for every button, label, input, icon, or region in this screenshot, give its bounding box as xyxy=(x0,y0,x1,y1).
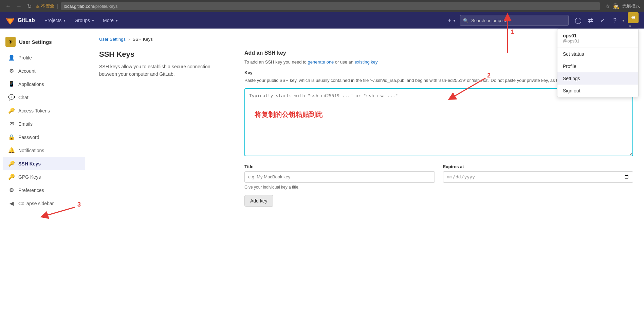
generate-link[interactable]: generate one xyxy=(308,59,334,65)
collapse-icon: ◀ xyxy=(8,200,15,207)
nav-more[interactable]: More ▼ xyxy=(99,12,123,29)
page-description: SSH keys allow you to establish a secure… xyxy=(99,63,228,78)
back-button[interactable]: ← xyxy=(4,2,12,11)
dropdown-profile[interactable]: Profile xyxy=(557,60,638,72)
user-avatar-button[interactable]: ☀ xyxy=(628,12,639,23)
sidebar-item-preferences[interactable]: ⚙ Preferences xyxy=(3,183,85,197)
more-label: More xyxy=(103,18,114,23)
gitlab-text: GitLab xyxy=(18,17,35,23)
title-group: Title Give your individual key a title. xyxy=(244,164,435,190)
sidebar-item-account[interactable]: ⚙ Account xyxy=(3,64,85,77)
expires-input[interactable] xyxy=(443,171,633,183)
avatar-container: ☀ ▼ ops01 @ops01 Set status Profile Sett… xyxy=(628,12,639,29)
gpg-keys-icon: 🔑 xyxy=(8,174,15,180)
add-desc-text1: To add an SSH key you need to xyxy=(244,59,307,65)
todo-button[interactable]: ◯ xyxy=(573,15,584,26)
fox-icon xyxy=(5,16,15,25)
ssh-keys-icon: 🔑 xyxy=(8,160,15,167)
nav-projects[interactable]: Projects ▼ xyxy=(40,12,70,29)
browser-actions: ☆ 🕵 无痕模式 xyxy=(605,3,640,10)
password-label: Password xyxy=(18,135,39,140)
chat-label: Chat xyxy=(18,95,29,100)
title-input[interactable] xyxy=(244,171,435,183)
chinese-hint: 将复制的公钥粘贴到此 xyxy=(255,110,323,119)
title-label: Title xyxy=(244,164,435,169)
sidebar-item-profile[interactable]: 👤 Profile xyxy=(3,51,85,64)
add-or-text: or use an xyxy=(335,59,353,65)
create-icon: + xyxy=(448,17,452,24)
dropdown-settings[interactable]: Settings xyxy=(557,72,638,85)
groups-chevron: ▼ xyxy=(91,19,95,22)
url-domain: local.gitlab.com xyxy=(64,4,94,9)
sidebar-item-ssh-keys[interactable]: 🔑 SSH Keys xyxy=(3,157,85,170)
sidebar-item-notifications[interactable]: 🔔 Notifications xyxy=(3,144,85,157)
existing-key-link[interactable]: existing key xyxy=(355,59,378,65)
avatar-icon: ☀ xyxy=(631,15,636,20)
projects-chevron: ▼ xyxy=(63,19,66,22)
form-row: Title Give your individual key a title. … xyxy=(244,164,633,190)
nav-icon-group: ◯ ⇄ ✓ ? ▼ xyxy=(573,15,625,26)
search-icon: 🔍 xyxy=(463,18,468,23)
warning-icon: ⚠ xyxy=(36,4,40,9)
search-placeholder: Search or jump to... xyxy=(471,18,510,23)
help-button[interactable]: ? xyxy=(609,15,620,26)
refresh-button[interactable]: ↻ xyxy=(26,2,33,11)
chat-icon: 💬 xyxy=(8,94,15,101)
sidebar-item-password[interactable]: 🔒 Password xyxy=(3,130,85,144)
projects-label: Projects xyxy=(44,18,62,23)
issues-button[interactable]: ✓ xyxy=(597,15,608,26)
expires-label: Expires at xyxy=(443,164,633,169)
expires-group: Expires at xyxy=(443,164,633,190)
star-button[interactable]: ☆ xyxy=(605,3,610,10)
dropdown-sign-out[interactable]: Sign out xyxy=(557,85,638,97)
sidebar-item-access-tokens[interactable]: 🔑 Access Tokens xyxy=(3,104,85,117)
key-textarea[interactable] xyxy=(244,88,633,156)
help-chevron: ▼ xyxy=(622,19,625,22)
nav-groups[interactable]: Groups ▼ xyxy=(70,12,99,29)
page-title: SSH Keys xyxy=(99,50,228,59)
ssh-keys-label: SSH Keys xyxy=(18,161,41,166)
sidebar-item-emails[interactable]: ✉ Emails xyxy=(3,117,85,130)
breadcrumb-separator: › xyxy=(128,37,130,42)
sidebar-item-gpg-keys[interactable]: 🔑 GPG Keys xyxy=(3,170,85,183)
incognito-icon: 🕵 xyxy=(613,3,620,10)
dropdown-set-status[interactable]: Set status xyxy=(557,48,638,60)
breadcrumb: User Settings › SSH Keys xyxy=(99,37,633,42)
user-settings-icon: ☀ xyxy=(5,37,16,47)
merge-request-button[interactable]: ⇄ xyxy=(585,15,596,26)
security-text: 不安全 xyxy=(41,3,54,9)
top-nav: GitLab Projects ▼ Groups ▼ More ▼ + ▼ 🔍 … xyxy=(0,12,644,29)
sidebar-item-collapse[interactable]: ◀ Collapse sidebar xyxy=(3,197,85,210)
sidebar-title: User Settings xyxy=(19,39,52,45)
preferences-label: Preferences xyxy=(18,188,44,193)
add-key-button[interactable]: Add key xyxy=(244,195,273,207)
emails-label: Emails xyxy=(18,121,33,127)
profile-label: Profile xyxy=(18,55,32,60)
create-button[interactable]: + ▼ xyxy=(444,12,460,29)
groups-label: Groups xyxy=(74,18,90,23)
security-badge: ⚠ 不安全 xyxy=(36,3,54,9)
sidebar-item-applications[interactable]: 📱 Applications xyxy=(3,77,85,91)
browser-chrome: ← → ↻ ⚠ 不安全 | local.gitlab.com /profile/… xyxy=(0,0,644,12)
account-icon: ⚙ xyxy=(8,68,15,74)
preferences-icon: ⚙ xyxy=(8,187,15,193)
incognito-text: 无痕模式 xyxy=(622,3,640,9)
gpg-keys-label: GPG Keys xyxy=(18,174,41,180)
breadcrumb-current: SSH Keys xyxy=(132,37,152,42)
create-chevron: ▼ xyxy=(453,19,456,22)
notifications-label: Notifications xyxy=(18,148,44,153)
gitlab-logo[interactable]: GitLab xyxy=(5,16,35,25)
dropdown-header: ops01 @ops01 xyxy=(557,29,638,48)
collapse-label: Collapse sidebar xyxy=(18,201,54,206)
main-layout: ☀ User Settings 👤 Profile ⚙ Account 📱 Ap… xyxy=(0,29,644,318)
forward-button[interactable]: → xyxy=(15,2,23,11)
url-separator: | xyxy=(57,3,58,9)
dropdown-username: ops01 xyxy=(563,33,633,38)
title-hint: Give your individual key a title. xyxy=(244,185,435,190)
more-chevron: ▼ xyxy=(115,19,118,22)
search-bar[interactable]: 🔍 Search or jump to... xyxy=(460,15,569,26)
sidebar-item-chat[interactable]: 💬 Chat xyxy=(3,91,85,104)
url-bar[interactable]: local.gitlab.com /profile/keys xyxy=(61,2,600,10)
key-textarea-wrapper: 将复制的公钥粘贴到此 xyxy=(244,88,633,157)
breadcrumb-parent[interactable]: User Settings xyxy=(99,37,126,42)
